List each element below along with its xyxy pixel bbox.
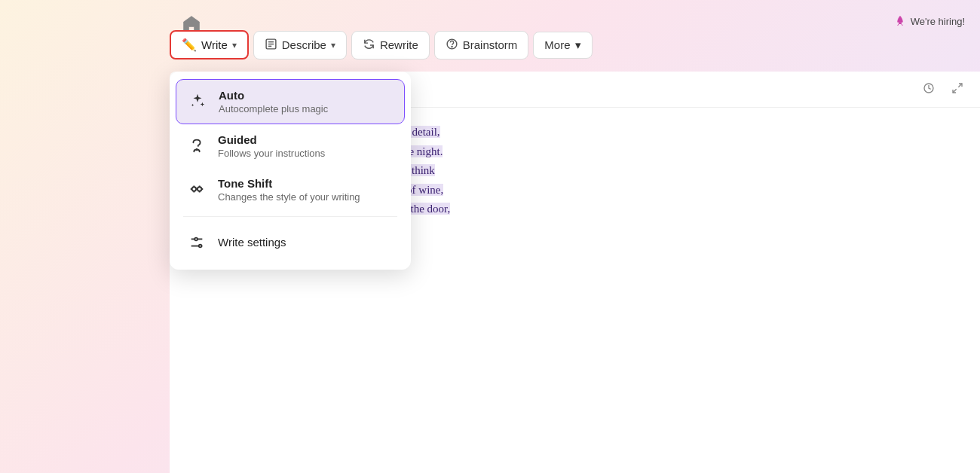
rewrite-icon (363, 38, 375, 53)
write-settings-option[interactable]: Write settings (176, 221, 405, 262)
tone-subtitle: Changes the style of your writing (218, 191, 360, 203)
settings-icon (186, 232, 207, 253)
tone-title: Tone Shift (218, 177, 360, 190)
svg-line-8 (958, 84, 962, 87)
write-chevron: ▾ (232, 40, 237, 50)
rocket-icon (894, 15, 906, 27)
write-dropdown: Auto Autocomplete plus magic Guided Foll… (170, 72, 411, 270)
hiring-label: We're hiring! (911, 16, 965, 27)
tone-icon (186, 179, 207, 200)
tone-text: Tone Shift Changes the style of your wri… (218, 177, 360, 203)
expand-button[interactable] (947, 79, 968, 99)
svg-point-17 (199, 245, 202, 248)
write-button[interactable]: ✏️ Write ▾ (170, 30, 249, 60)
toolbar-right (918, 79, 968, 99)
brainstorm-icon (446, 38, 458, 53)
more-chevron: ▾ (575, 38, 581, 52)
svg-point-14 (194, 238, 198, 241)
guided-text: Guided Follows your instructions (218, 133, 325, 159)
describe-label: Describe (282, 38, 326, 51)
svg-point-11 (198, 187, 202, 191)
svg-line-9 (953, 89, 957, 93)
rewrite-button[interactable]: Rewrite (351, 31, 430, 60)
hiring-badge[interactable]: We're hiring! (894, 15, 965, 27)
history-icon (923, 82, 935, 94)
svg-point-10 (192, 187, 197, 191)
more-label: More (544, 38, 570, 51)
dropdown-divider (183, 216, 397, 217)
toolbar: ✏️ Write ▾ Describe ▾ Rewrite Brainstorm (170, 30, 593, 60)
history-button[interactable] (918, 79, 939, 99)
guided-option[interactable]: Guided Follows your instructions (176, 124, 405, 168)
guided-icon (186, 135, 207, 156)
auto-icon (187, 90, 208, 111)
describe-chevron: ▾ (331, 40, 335, 50)
svg-rect-6 (899, 22, 902, 24)
rewrite-label: Rewrite (380, 38, 418, 51)
describe-button[interactable]: Describe ▾ (253, 31, 347, 60)
settings-title: Write settings (218, 236, 286, 249)
auto-text: Auto Autocomplete plus magic (219, 89, 328, 114)
auto-option[interactable]: Auto Autocomplete plus magic (176, 79, 405, 124)
describe-icon (265, 38, 277, 53)
guided-subtitle: Follows your instructions (218, 148, 325, 159)
brainstorm-button[interactable]: Brainstorm (434, 31, 529, 60)
tone-shift-option[interactable]: Tone Shift Changes the style of your wri… (176, 168, 405, 212)
expand-icon (951, 82, 963, 94)
svg-point-5 (452, 46, 452, 47)
more-button[interactable]: More ▾ (533, 32, 592, 59)
write-icon: ✏️ (182, 38, 197, 52)
auto-title: Auto (219, 89, 328, 102)
auto-subtitle: Autocomplete plus magic (219, 103, 328, 114)
write-label: Write (201, 38, 228, 51)
guided-title: Guided (218, 133, 325, 146)
brainstorm-label: Brainstorm (463, 38, 518, 51)
